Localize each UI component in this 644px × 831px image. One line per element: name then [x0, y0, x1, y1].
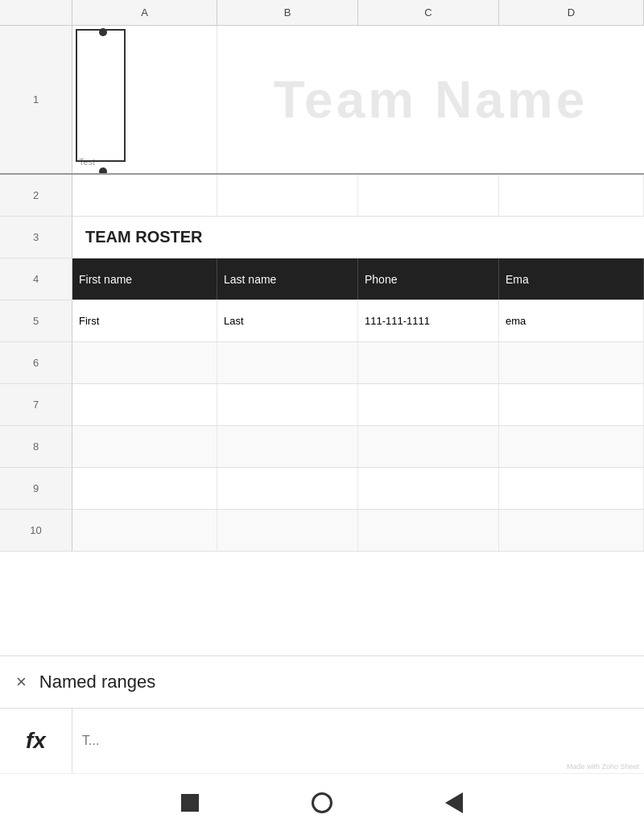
cell-c9[interactable] [358, 468, 499, 509]
spreadsheet: A B C D 1 Test Team Name 2 [0, 0, 644, 655]
row-10: 10 [0, 510, 644, 552]
drag-handle-bottom[interactable] [99, 167, 107, 173]
cell-d7[interactable] [499, 384, 644, 425]
named-ranges-panel: × Named ranges [0, 655, 644, 708]
row-num-9: 9 [0, 468, 72, 509]
cell-a2[interactable] [72, 175, 217, 216]
cell-d9[interactable] [499, 468, 644, 509]
cell-c7[interactable] [358, 384, 499, 425]
close-named-ranges-button[interactable]: × [16, 672, 27, 692]
cell-b8[interactable] [217, 426, 358, 467]
header-firstname: First name [79, 273, 132, 286]
cell-d2[interactable] [499, 175, 644, 216]
data-firstname: First [79, 315, 99, 327]
cell-a3[interactable]: TEAM ROSTER [72, 217, 644, 258]
row-num-6: 6 [0, 342, 72, 383]
row-7: 7 [0, 384, 644, 426]
data-phone: 111-111-1111 [365, 315, 430, 327]
cell-a8[interactable] [72, 426, 217, 467]
roster-title: TEAM ROSTER [79, 221, 209, 253]
nav-circle-button[interactable] [312, 792, 332, 813]
row-num-1: 1 [0, 26, 72, 173]
cell-b6[interactable] [217, 342, 358, 383]
watermark: Made with Zoho Sheet [567, 763, 639, 771]
nav-back-button[interactable] [445, 792, 463, 813]
row-num-5: 5 [0, 300, 72, 341]
cell-c4[interactable]: Phone [358, 258, 499, 300]
cell-a6[interactable] [72, 342, 217, 383]
nav-square-button[interactable] [181, 794, 199, 812]
row-num-4: 4 [0, 258, 72, 300]
row-num-3: 3 [0, 217, 72, 258]
col-header-c[interactable]: C [358, 0, 499, 25]
formula-bar: fx [0, 708, 644, 773]
col-header-b[interactable]: B [217, 0, 358, 25]
cell-d8[interactable] [499, 426, 644, 467]
row-num-header [0, 0, 72, 25]
cell-b10[interactable] [217, 510, 358, 551]
cell-c2[interactable] [358, 175, 499, 216]
cell-c8[interactable] [358, 426, 499, 467]
col-header-a[interactable]: A [72, 0, 217, 25]
selected-cell-outline [76, 29, 126, 162]
row-num-8: 8 [0, 426, 72, 467]
fx-label: fx [26, 728, 46, 754]
row-num-7: 7 [0, 384, 72, 425]
cell-c5[interactable]: 111-111-1111 [358, 300, 499, 341]
header-lastname: Last name [224, 273, 276, 286]
cell-d6[interactable] [499, 342, 644, 383]
data-lastname: Last [224, 315, 244, 327]
cell-a5[interactable]: First [72, 300, 217, 341]
cell-a7[interactable] [72, 384, 217, 425]
row-4: 4 First name Last name Phone Ema [0, 258, 644, 300]
cell-a9[interactable] [72, 468, 217, 509]
header-phone: Phone [365, 273, 397, 286]
formula-input[interactable] [72, 709, 644, 773]
cell-a4[interactable]: First name [72, 258, 217, 300]
merged-row1: Team Name [217, 26, 644, 173]
team-name-watermark: Team Name [274, 70, 588, 130]
rows-container: 1 Test Team Name 2 3 TEAM ROSTER [0, 26, 644, 552]
cell-c6[interactable] [358, 342, 499, 383]
cell-d10[interactable] [499, 510, 644, 551]
cell-b5[interactable]: Last [217, 300, 358, 341]
row-9: 9 [0, 468, 644, 510]
cell-b4[interactable]: Last name [217, 258, 358, 300]
cell-a10[interactable] [72, 510, 217, 551]
cell-b7[interactable] [217, 384, 358, 425]
named-ranges-title: Named ranges [39, 672, 155, 692]
column-headers: A B C D [0, 0, 644, 26]
drag-handle-top[interactable] [99, 28, 107, 36]
row-2: 2 [0, 175, 644, 217]
row-1: 1 Test Team Name [0, 26, 644, 175]
cell-d4[interactable]: Ema [499, 258, 644, 300]
data-email: ema [506, 315, 526, 327]
row-num-2: 2 [0, 175, 72, 216]
row-num-10: 10 [0, 510, 72, 551]
row-8: 8 [0, 426, 644, 468]
fx-box: fx [0, 709, 72, 773]
header-email: Ema [506, 273, 529, 286]
row-3: 3 TEAM ROSTER [0, 217, 644, 258]
row-5: 5 First Last 111-111-1111 ema [0, 300, 644, 342]
android-nav-bar [0, 773, 644, 831]
col-header-d[interactable]: D [499, 0, 644, 25]
cell-b2[interactable] [217, 175, 358, 216]
row-6: 6 [0, 342, 644, 384]
cell-a1[interactable]: Test [72, 26, 217, 173]
cell-d5[interactable]: ema [499, 300, 644, 341]
cell-b9[interactable] [217, 468, 358, 509]
cell-c10[interactable] [358, 510, 499, 551]
